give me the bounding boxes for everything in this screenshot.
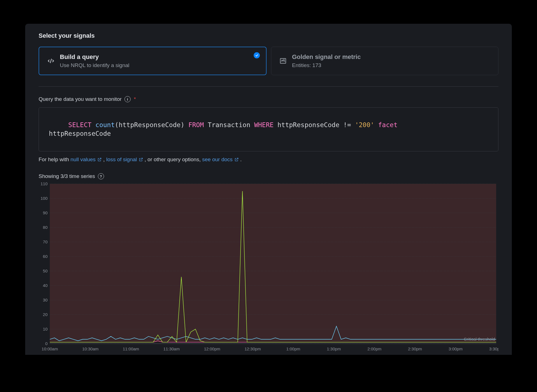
kw-select: SELECT bbox=[68, 121, 91, 129]
svg-text:1:30pm: 1:30pm bbox=[327, 346, 341, 351]
svg-text:70: 70 bbox=[43, 239, 48, 244]
table: Transaction bbox=[208, 121, 250, 129]
kw-where: WHERE bbox=[254, 121, 274, 129]
kw-from: FROM bbox=[188, 121, 204, 129]
card-title: Golden signal or metric bbox=[292, 53, 490, 61]
help-text: For help with null values , loss of sign… bbox=[39, 156, 498, 163]
args: (httpResponseCode) bbox=[115, 121, 184, 129]
svg-text:10:30am: 10:30am bbox=[82, 346, 98, 351]
signals-panel: Select your signals Build a query Use NR… bbox=[25, 24, 512, 355]
showing-label: Showing 3/3 time series ? bbox=[39, 173, 498, 179]
card-build-query[interactable]: Build a query Use NRQL to identify a sig… bbox=[39, 47, 267, 75]
query-label-text: Query the data you want to monitor bbox=[39, 96, 122, 102]
info-icon[interactable]: i bbox=[124, 96, 131, 102]
facet-field: httpResponseCode bbox=[49, 130, 111, 137]
required-star: * bbox=[134, 96, 136, 102]
svg-text:30: 30 bbox=[43, 298, 48, 302]
svg-text:50: 50 bbox=[43, 269, 48, 273]
svg-text:1:00pm: 1:00pm bbox=[286, 346, 300, 351]
section-title: Select your signals bbox=[39, 32, 498, 39]
svg-text:10: 10 bbox=[43, 327, 48, 331]
external-link-icon bbox=[97, 157, 102, 162]
signal-type-cards: Build a query Use NRQL to identify a sig… bbox=[39, 47, 498, 75]
card-subtitle: Entities: 173 bbox=[292, 62, 490, 68]
svg-text:60: 60 bbox=[43, 254, 48, 259]
svg-text:12:30pm: 12:30pm bbox=[244, 346, 261, 351]
svg-text:11:30am: 11:30am bbox=[163, 346, 180, 351]
query-label: Query the data you want to monitor i * bbox=[39, 96, 498, 102]
svg-text:2:00pm: 2:00pm bbox=[368, 346, 381, 351]
help-icon[interactable]: ? bbox=[98, 173, 104, 179]
card-golden-signal[interactable]: Golden signal or metric Entities: 173 bbox=[271, 47, 498, 75]
svg-text:40: 40 bbox=[43, 283, 48, 288]
code-icon bbox=[47, 57, 55, 65]
nrql-query-input[interactable]: SELECT count(httpResponseCode) FROM Tran… bbox=[39, 107, 498, 151]
divider bbox=[39, 86, 498, 87]
svg-text:3:30pm: 3:30pm bbox=[489, 346, 498, 351]
kw-facet: facet bbox=[378, 121, 397, 129]
card-subtitle: Use NRQL to identify a signal bbox=[60, 62, 258, 68]
timeseries-chart[interactable]: 010203040506070809010011010:00am10:30am1… bbox=[39, 182, 498, 353]
svg-line-0 bbox=[50, 59, 51, 63]
svg-text:2:30pm: 2:30pm bbox=[408, 346, 422, 351]
string-lit: '200' bbox=[355, 121, 374, 129]
svg-text:12:00pm: 12:00pm bbox=[204, 346, 220, 351]
svg-text:Critical threshold: Critical threshold bbox=[464, 337, 495, 341]
link-see-docs[interactable]: see our docs bbox=[202, 156, 239, 163]
check-icon bbox=[254, 52, 260, 58]
svg-rect-2 bbox=[50, 184, 496, 342]
svg-text:0: 0 bbox=[45, 341, 48, 346]
metric-icon bbox=[279, 57, 287, 65]
cond: httpResponseCode != bbox=[277, 121, 355, 129]
svg-text:80: 80 bbox=[43, 225, 48, 230]
link-loss-of-signal[interactable]: loss of signal bbox=[106, 156, 143, 163]
card-title: Build a query bbox=[60, 53, 258, 61]
svg-text:11:00am: 11:00am bbox=[123, 346, 139, 351]
fn-count: count bbox=[95, 121, 115, 129]
external-link-icon bbox=[234, 157, 239, 162]
svg-text:20: 20 bbox=[43, 312, 48, 317]
svg-text:10:00am: 10:00am bbox=[42, 346, 58, 351]
svg-text:90: 90 bbox=[43, 210, 48, 215]
external-link-icon bbox=[139, 157, 143, 162]
link-null-values[interactable]: null values bbox=[70, 156, 102, 163]
svg-text:3:00pm: 3:00pm bbox=[449, 346, 463, 351]
svg-text:100: 100 bbox=[41, 196, 48, 201]
svg-text:110: 110 bbox=[41, 182, 48, 186]
